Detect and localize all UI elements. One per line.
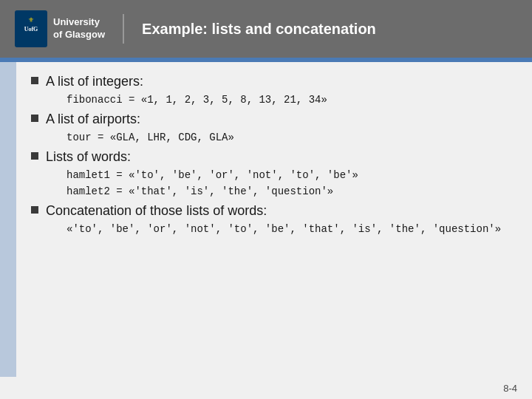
bullet-section-4: Concatenation of those lists of words: «… bbox=[31, 203, 505, 235]
bullet-section-1: A list of integers: fibonacci = «1, 1, 2… bbox=[31, 74, 505, 106]
slide-inner: A list of integers: fibonacci = «1, 1, 2… bbox=[0, 62, 532, 377]
bullet-item-1: A list of integers: bbox=[31, 74, 505, 89]
bullet-square-2 bbox=[31, 115, 38, 122]
university-name-block: University of Glasgow bbox=[53, 16, 105, 41]
header-divider bbox=[123, 14, 124, 44]
university-name: University of Glasgow bbox=[53, 16, 105, 41]
code-line-4-0: «'to', 'be', 'or', 'not', 'to', 'be', 't… bbox=[66, 223, 505, 235]
left-accent bbox=[0, 62, 16, 377]
bullet-square-1 bbox=[31, 77, 38, 84]
code-line-3-0: hamlet1 = «'to', 'be', 'or', 'not', 'to'… bbox=[66, 169, 505, 181]
bullet-section-2: A list of airports: tour = «GLA, LHR, CD… bbox=[31, 112, 505, 143]
bullet-section-3: Lists of words: hamlet1 = «'to', 'be', '… bbox=[31, 149, 505, 197]
header: UofG ⚜ University of Glasgow Example: li… bbox=[0, 0, 532, 58]
slide: UofG ⚜ University of Glasgow Example: li… bbox=[0, 0, 532, 399]
bullet-label-2: A list of airports: bbox=[46, 112, 140, 127]
slide-title: Example: lists and concatenation bbox=[142, 21, 517, 38]
bullet-square-3 bbox=[31, 152, 38, 160]
bullet-label-4: Concatenation of those lists of words: bbox=[46, 203, 267, 219]
bullet-square-4 bbox=[31, 206, 38, 214]
code-line-2-0: tour = «GLA, LHR, CDG, GLA» bbox=[66, 132, 505, 143]
bullet-item-3: Lists of words: bbox=[31, 149, 505, 165]
university-emblem: UofG ⚜ bbox=[15, 10, 47, 47]
main-content: A list of integers: fibonacci = «1, 1, 2… bbox=[16, 62, 532, 377]
bullet-label-1: A list of integers: bbox=[46, 74, 143, 89]
svg-text:⚜: ⚜ bbox=[28, 16, 34, 24]
svg-text:UofG: UofG bbox=[24, 26, 38, 33]
bullet-item-4: Concatenation of those lists of words: bbox=[31, 203, 505, 219]
page-number: 8-4 bbox=[503, 383, 517, 394]
footer: 8-4 bbox=[0, 377, 532, 399]
bullet-item-2: A list of airports: bbox=[31, 112, 505, 127]
code-line-1-0: fibonacci = «1, 1, 2, 3, 5, 8, 13, 21, 3… bbox=[66, 94, 505, 106]
code-line-3-1: hamlet2 = «'that', 'is', 'the', 'questio… bbox=[66, 185, 505, 197]
bullet-label-3: Lists of words: bbox=[46, 149, 131, 165]
logo-area: UofG ⚜ University of Glasgow bbox=[15, 10, 105, 47]
